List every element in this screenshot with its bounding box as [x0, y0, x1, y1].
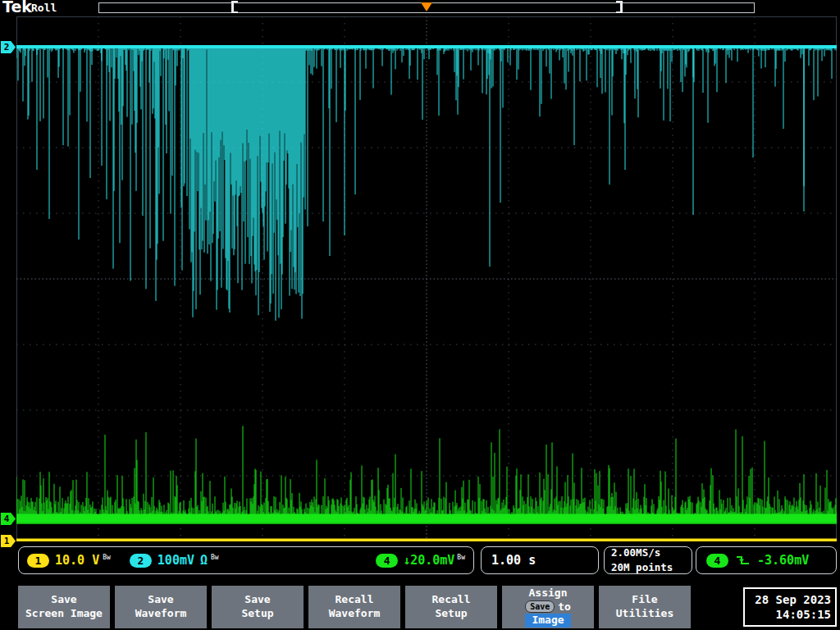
button-label: Waveform: [329, 607, 381, 621]
trigger-position-marker[interactable]: [421, 2, 432, 11]
menu-button-save-waveform[interactable]: Save Waveform: [115, 586, 207, 628]
trigger-source-badge: 4: [706, 554, 728, 568]
oscilloscope-screen: Tek Roll 2 4 1 1 10.0 V Bw 2 100mV Ω Bw …: [0, 0, 840, 630]
button-label: to: [558, 600, 571, 614]
button-label: Screen Image: [25, 607, 103, 621]
time-per-div-label: 1.00 s: [491, 553, 536, 568]
trigger-level-readout: -3.60mV: [757, 553, 809, 568]
ch1-position-marker[interactable]: 1: [1, 535, 16, 547]
menu-button-save-screen-image[interactable]: Save Screen Image: [18, 586, 110, 628]
ch2-coupling-readout: Ω: [200, 553, 208, 568]
waveform-plot: [16, 16, 837, 541]
view-bracket-left: [231, 1, 238, 13]
button-label: Utilities: [616, 607, 673, 621]
ch2-scale-readout: 100mV: [158, 553, 194, 568]
waveform-display: [16, 16, 837, 541]
record-view-bar[interactable]: [98, 2, 755, 13]
sample-rate-label: 2.00MS/s: [611, 546, 660, 559]
channel-readouts: 1 10.0 V Bw 2 100mV Ω Bw 4 ↓20.0mV Bw: [18, 546, 474, 574]
ch2-bandwidth-icon: Bw: [211, 554, 219, 561]
button-label: Recall: [336, 593, 374, 607]
button-label: File: [632, 593, 657, 607]
button-label: Assign: [529, 587, 568, 600]
datetime-display: 28 Sep 2023 14:05:15: [743, 587, 837, 627]
time-label: 14:05:15: [776, 607, 831, 622]
menu-button-save-setup[interactable]: Save Setup: [212, 586, 304, 628]
ch2-badge[interactable]: 2: [130, 554, 152, 568]
button-label: Save: [244, 593, 270, 607]
view-bracket-right: [616, 1, 623, 13]
ch4-badge[interactable]: 4: [376, 554, 398, 568]
horizontal-scale-readout[interactable]: 1.00 s: [481, 546, 599, 574]
menu-button-assign-save-to[interactable]: Assign Save to Image: [502, 586, 594, 628]
acquisition-mode-label: Roll: [31, 2, 57, 14]
tek-logo: Tek: [2, 0, 32, 16]
button-label: Save: [148, 593, 173, 607]
assign-target-label: Image: [525, 614, 570, 628]
button-label: Setup: [241, 607, 273, 621]
record-length-label: 20M points: [611, 561, 673, 574]
button-label: Waveform: [135, 607, 187, 621]
ch1-badge[interactable]: 1: [27, 554, 49, 568]
falling-edge-icon: [736, 555, 750, 566]
ch4-position-marker[interactable]: 4: [1, 513, 16, 525]
trigger-readout[interactable]: 4 -3.60mV: [696, 546, 837, 574]
save-badge: Save: [525, 600, 555, 613]
ch4-bandwidth-icon: Bw: [457, 554, 465, 561]
date-label: 28 Sep 2023: [755, 592, 831, 607]
menu-button-recall-waveform[interactable]: Recall Waveform: [308, 586, 400, 628]
menu-button-file-utilities[interactable]: File Utilities: [599, 586, 691, 628]
acquisition-readout: 2.00MS/s 20M points: [604, 546, 692, 574]
graticule-grid: [16, 16, 837, 541]
ch1-bandwidth-icon: Bw: [103, 554, 111, 561]
button-label: Recall: [432, 593, 471, 607]
ch1-scale-readout: 10.0 V: [55, 553, 99, 568]
ch4-scale-readout: ↓20.0mV: [403, 553, 454, 568]
button-label: Save: [51, 593, 76, 607]
menu-button-recall-setup[interactable]: Recall Setup: [405, 586, 497, 628]
button-label: Setup: [435, 607, 467, 621]
ch2-position-marker[interactable]: 2: [1, 41, 16, 53]
